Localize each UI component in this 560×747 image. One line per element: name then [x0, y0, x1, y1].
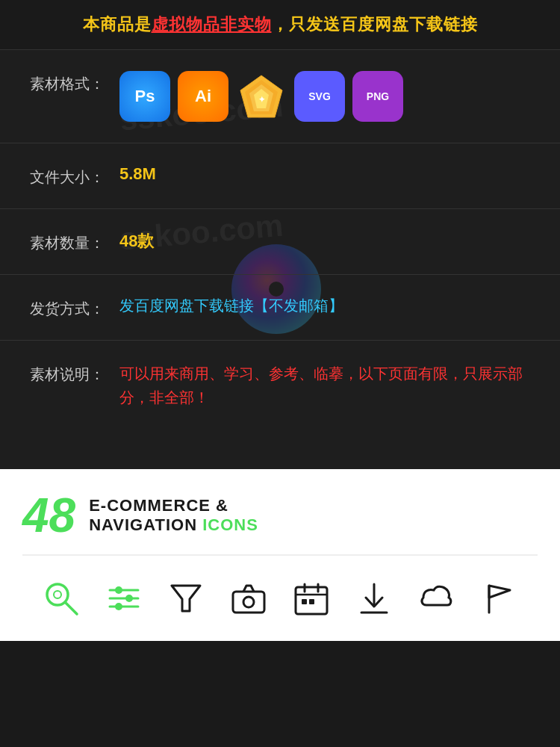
search-icon	[41, 578, 81, 619]
banner-text: 本商品是虚拟物品非实物，只发送百度网盘下载链接	[15, 13, 545, 36]
download-icon	[354, 578, 394, 619]
download-icon-item	[354, 578, 394, 619]
camera-icon-item	[228, 578, 269, 619]
flag-icon-item	[479, 578, 519, 619]
sketch-icon: ✦	[236, 71, 287, 122]
size-value: 5.8M	[119, 164, 156, 184]
description-value: 可以用来商用、学习、参考、临摹，以下页面有限，只展示部分，非全部！	[119, 362, 530, 409]
info-section: sskoo.com sskoo.com sskoo.com sskoo.com …	[0, 50, 560, 469]
search-icon-item	[41, 578, 81, 619]
filter-icon	[166, 578, 206, 619]
delivery-content: 发百度网盘下载链接【不发邮箱】	[119, 296, 530, 316]
icons-row	[22, 556, 538, 641]
settings-icon	[104, 578, 144, 619]
svg-text:✦: ✦	[258, 95, 265, 104]
size-row: 文件大小： 5.8M	[0, 143, 560, 209]
calendar-icon	[291, 578, 332, 619]
size-label: 文件大小：	[30, 164, 119, 187]
svg-rect-21	[302, 599, 307, 604]
delivery-row: 发货方式： 发百度网盘下载链接【不发邮箱】	[0, 275, 560, 341]
quantity-value: 48款	[119, 230, 154, 252]
product-number: 48	[22, 492, 75, 539]
svg-point-13	[115, 603, 122, 610]
ps-icon: Ps	[119, 71, 170, 122]
product-title-line2: NAVIGATION ICONS	[89, 515, 258, 535]
calendar-icon-item	[291, 578, 332, 619]
svg-marker-14	[172, 586, 200, 611]
description-label: 素材说明：	[30, 362, 119, 385]
description-row: 素材说明： 可以用来商用、学习、参考、临摹，以下页面有限，只展示部分，非全部！	[0, 341, 560, 469]
svg-rect-22	[309, 599, 314, 604]
svg-point-9	[115, 586, 122, 594]
png-format-icon: PNG	[352, 71, 403, 122]
format-label: 素材格式：	[30, 71, 119, 94]
svg-rect-15	[233, 592, 264, 613]
product-title-line1: E-COMMERCE &	[89, 496, 258, 515]
settings-icon-item	[104, 578, 144, 619]
lower-section: 48 E-COMMERCE & NAVIGATION ICONS	[0, 469, 560, 641]
description-content: 可以用来商用、学习、参考、临摹，以下页面有限，只展示部分，非全部！	[119, 362, 530, 409]
cloud-icon	[416, 578, 456, 619]
format-icons: Ps Ai ✦ SVG PNG	[119, 71, 530, 122]
size-content: 5.8M	[119, 164, 530, 184]
quantity-content: 48款	[119, 230, 530, 252]
product-title: E-COMMERCE & NAVIGATION ICONS	[89, 496, 258, 535]
product-header: 48 E-COMMERCE & NAVIGATION ICONS	[22, 492, 538, 556]
svg-point-11	[125, 595, 133, 602]
flag-icon	[479, 578, 519, 619]
top-banner: 本商品是虚拟物品非实物，只发送百度网盘下载链接	[0, 0, 560, 50]
svg-line-6	[65, 602, 77, 614]
quantity-label: 素材数量：	[30, 230, 119, 253]
svg-point-7	[54, 591, 61, 598]
camera-icon	[228, 578, 269, 619]
quantity-row: 素材数量： 48款	[0, 209, 560, 275]
svg-format-icon: SVG	[294, 71, 345, 122]
cloud-icon-item	[416, 578, 456, 619]
svg-point-16	[243, 597, 254, 607]
filter-icon-item	[166, 578, 206, 619]
delivery-value: 发百度网盘下载链接【不发邮箱】	[119, 296, 343, 316]
delivery-label: 发货方式：	[30, 296, 119, 319]
format-row: 素材格式： Ps Ai ✦ SVG	[0, 50, 560, 143]
ai-icon: Ai	[178, 71, 228, 122]
